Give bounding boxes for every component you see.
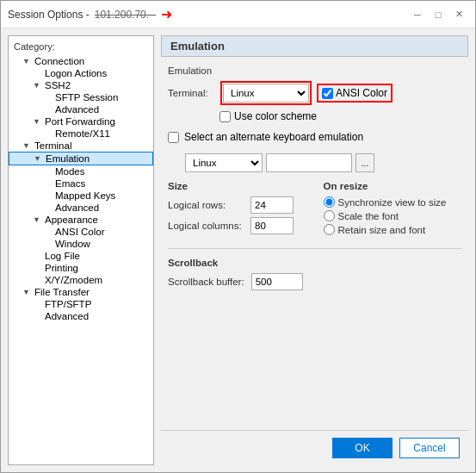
title-main: Session Options - (8, 9, 90, 21)
size-label: Size (168, 181, 306, 191)
sidebar-item-remote-x11[interactable]: Remote/X11 (9, 128, 153, 140)
expand-icon: ▼ (22, 288, 34, 296)
terminal-select-wrapper: Linux VT100 VT220 ANSI Xterm (220, 81, 312, 105)
logical-columns-label: Logical columns: (168, 221, 245, 231)
retain-size-radio[interactable] (324, 224, 335, 235)
sync-view-label: Synchronize view to size (338, 197, 447, 208)
sidebar-item-window[interactable]: Window (9, 238, 153, 250)
on-resize-label: On resize (324, 181, 462, 191)
sidebar-item-log-file[interactable]: Log File (9, 250, 153, 262)
sidebar-item-advanced-ft[interactable]: Advanced (9, 310, 153, 322)
title-ip: 101.200.70.-- (95, 9, 156, 21)
size-resize-section: Size Logical rows: Logical columns: On r… (168, 181, 461, 238)
sidebar-item-advanced-conn[interactable]: Advanced (9, 103, 153, 115)
scrollback-buffer-label: Scrollback buffer: (168, 277, 244, 287)
linux-select[interactable]: Linux (185, 153, 263, 172)
sidebar-item-label: Mapped Keys (55, 190, 115, 201)
sidebar-item-label: SSH2 (45, 80, 71, 90)
footer: OK Cancel (161, 430, 468, 465)
window-controls: ─ □ ✕ (408, 5, 468, 24)
alt-keyboard-checkbox[interactable] (168, 132, 179, 143)
minimize-button[interactable]: ─ (408, 5, 427, 24)
ansi-color-label: ANSI Color (336, 87, 387, 99)
terminal-label: Terminal: (168, 88, 215, 98)
sidebar-item-printing[interactable]: Printing (9, 262, 153, 274)
sidebar-item-mapped-keys[interactable]: Mapped Keys (9, 190, 153, 202)
use-color-scheme-row: Use color scheme (219, 110, 461, 122)
browse-button[interactable]: ... (355, 153, 374, 172)
form-area: Emulation Terminal: Linux VT100 VT220 AN… (161, 65, 468, 430)
sidebar-item-label: Advanced (45, 311, 89, 321)
sidebar-item-xyzmodem[interactable]: X/Y/Zmodem (9, 274, 153, 286)
ok-button[interactable]: OK (332, 438, 393, 458)
sidebar-item-label: ANSI Color (55, 227, 105, 237)
sidebar-item-label: Emulation (46, 153, 90, 164)
logical-columns-input[interactable] (250, 217, 294, 234)
sidebar-item-label: Advanced (55, 104, 99, 115)
sidebar-item-label: Advanced (55, 202, 99, 213)
sync-view-radio[interactable] (324, 196, 335, 208)
sidebar-item-label: Connection (34, 56, 84, 66)
close-button[interactable]: ✕ (449, 5, 468, 24)
use-color-scheme-checkbox[interactable] (219, 111, 231, 122)
scrollback-buffer-row: Scrollback buffer: (168, 273, 461, 290)
sidebar-item-label: Modes (55, 166, 85, 177)
scale-font-label: Scale the font (338, 211, 399, 221)
size-section: Size Logical rows: Logical columns: (168, 181, 306, 238)
sidebar-item-emacs[interactable]: Emacs (9, 177, 153, 190)
sidebar-item-appearance[interactable]: ▼ Appearance (9, 214, 153, 226)
sidebar-item-emulation[interactable]: ▼ Emulation (9, 152, 153, 165)
sidebar-item-sftp-session[interactable]: SFTP Session (9, 91, 153, 103)
scale-font-row: Scale the font (324, 210, 462, 221)
sync-view-row: Synchronize view to size (324, 196, 462, 208)
expand-icon: ▼ (22, 57, 34, 65)
content-area: Category: ▼ Connection Logon Actions ▼ S… (1, 28, 475, 472)
sidebar-item-advanced-term[interactable]: Advanced (9, 202, 153, 214)
terminal-select[interactable]: Linux VT100 VT220 ANSI Xterm (223, 84, 309, 103)
category-label: Category: (9, 40, 153, 55)
sidebar-item-label: File Transfer (34, 287, 90, 297)
sidebar-item-ssh2[interactable]: ▼ SSH2 (9, 79, 153, 91)
sidebar-item-ftp-sftp[interactable]: FTP/SFTP (9, 298, 153, 310)
logical-rows-row: Logical rows: (168, 196, 306, 214)
logical-rows-input[interactable] (250, 196, 294, 214)
scrollback-label: Scrollback (168, 258, 461, 268)
retain-size-row: Retain size and font (324, 224, 462, 235)
linux-text-input[interactable] (266, 153, 352, 172)
main-panel: Emulation Emulation Terminal: Linux VT10… (161, 35, 468, 465)
sidebar-item-terminal[interactable]: ▼ Terminal (9, 140, 153, 152)
sidebar-item-label: Log File (45, 251, 80, 261)
sidebar-item-modes[interactable]: Modes (9, 165, 153, 177)
sidebar-item-label: FTP/SFTP (45, 299, 91, 309)
sidebar-item-logon-actions[interactable]: Logon Actions (9, 67, 153, 79)
expand-icon: ▼ (33, 215, 45, 224)
expand-icon: ▼ (22, 141, 34, 150)
sidebar-item-ansi-color[interactable]: ANSI Color (9, 226, 153, 238)
sidebar-item-port-forwarding[interactable]: ▼ Port Forwarding (9, 115, 153, 128)
scale-font-radio[interactable] (324, 210, 335, 221)
scrollback-buffer-input[interactable] (251, 273, 303, 290)
sidebar-item-label: Window (55, 239, 90, 249)
linux-row: Linux ... (168, 153, 461, 172)
sidebar-item-label: Terminal (34, 140, 71, 151)
sidebar-item-file-transfer[interactable]: ▼ File Transfer (9, 286, 153, 298)
sidebar-item-label: X/Y/Zmodem (45, 275, 102, 285)
sidebar-item-label: Port Forwarding (45, 116, 115, 127)
window-title: Session Options - 101.200.70.-- ➜ (8, 6, 408, 22)
cancel-button[interactable]: Cancel (399, 438, 460, 458)
ansi-color-checkbox[interactable] (322, 88, 333, 99)
maximize-button[interactable]: □ (429, 5, 448, 24)
use-color-scheme-label: Use color scheme (234, 110, 317, 122)
alt-keyboard-row: Select an alternate keyboard emulation (168, 131, 461, 143)
sidebar-item-label: Remote/X11 (55, 128, 110, 139)
sidebar-item-label: SFTP Session (55, 92, 118, 103)
divider (168, 248, 461, 249)
sidebar-item-label: Logon Actions (45, 68, 107, 78)
session-options-window: Session Options - 101.200.70.-- ➜ ─ □ ✕ … (0, 0, 476, 473)
alt-keyboard-label: Select an alternate keyboard emulation (184, 131, 363, 143)
sidebar-item-connection[interactable]: ▼ Connection (9, 55, 153, 67)
sidebar-item-label: Appearance (45, 215, 98, 225)
title-arrow-icon: ➜ (161, 6, 172, 22)
title-bar: Session Options - 101.200.70.-- ➜ ─ □ ✕ (1, 1, 475, 28)
sidebar-item-label: Emacs (55, 178, 85, 189)
